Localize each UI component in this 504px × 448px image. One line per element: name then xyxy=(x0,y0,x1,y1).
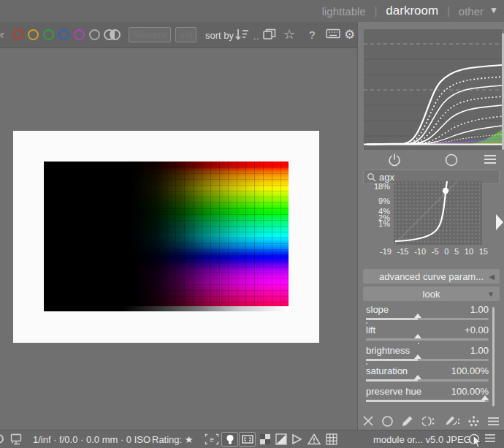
expand-down-arrow-icon: ▼ xyxy=(487,290,495,298)
rating-display[interactable]: Rating: ★ xyxy=(152,434,193,445)
slider-label: lift xyxy=(366,324,375,337)
color-label-gray-icon[interactable] xyxy=(89,29,100,40)
slider-value: +0.00 xyxy=(465,324,489,337)
module-power-icon[interactable] xyxy=(387,153,402,167)
color-label-yellow-icon[interactable] xyxy=(28,29,39,40)
panel-expander-arrow[interactable] xyxy=(496,214,503,230)
iso12646-assessment-icon[interactable]: e xyxy=(205,433,219,445)
curve-ytick: 18% xyxy=(358,182,390,191)
mask-uniform-icon[interactable] xyxy=(381,415,394,428)
chevron-down-icon[interactable]: ▼ xyxy=(489,5,498,15)
clipped-circle-icon xyxy=(0,434,4,444)
overexposure-warning-icon[interactable] xyxy=(308,433,321,445)
slider-track[interactable] xyxy=(366,400,489,402)
right-panel: 18% 9% 4% 2% 1% -19-15 -10-5 05 1015 adv… xyxy=(357,22,504,430)
color-label-green-icon[interactable] xyxy=(43,29,54,40)
color-label-red-icon[interactable] xyxy=(12,29,23,40)
blend-mask-row xyxy=(362,412,500,430)
slider-value: 1.00 xyxy=(470,345,489,357)
slider-track[interactable] xyxy=(366,318,489,320)
bottom-toolbar: 1/inf · f/0.0 · 0.0 mm · 0 ISO Rating: ★… xyxy=(0,430,504,448)
mask-off-icon[interactable] xyxy=(362,415,374,427)
shortcuts-keyboard-icon[interactable] xyxy=(326,29,340,39)
slider-label: preserve hue xyxy=(366,386,421,398)
clipped-filter-label: er xyxy=(0,29,4,40)
mask-drawn-parametric-icon[interactable] xyxy=(443,415,460,428)
full-preview-toggle[interactable] xyxy=(239,432,256,447)
slider-brightness[interactable]: brightness1.00 xyxy=(366,345,489,364)
sort-by-label: sort by xyxy=(205,30,234,41)
slider-saturation[interactable]: saturation100.00% xyxy=(366,365,489,384)
histogram-scope[interactable] xyxy=(364,29,503,150)
exif-info: 1/inf · f/0.0 · 0.0 mm · 0 ISO xyxy=(33,434,150,445)
section-look[interactable]: look ▼ xyxy=(363,286,500,301)
chart-column-banding xyxy=(44,162,289,311)
grouping-icon[interactable] xyxy=(263,29,276,40)
module-header-row xyxy=(358,151,504,169)
image-white-border xyxy=(13,131,319,343)
rating-star-icon[interactable]: ★ xyxy=(185,434,194,445)
slider-label: saturation xyxy=(366,365,408,378)
blend-menu-icon[interactable] xyxy=(487,417,500,426)
mask-parametric-icon[interactable] xyxy=(421,415,435,428)
slider-track[interactable] xyxy=(366,338,489,341)
module-instance-icon[interactable] xyxy=(444,153,459,167)
view-tabs: lighttable | darkroom | other xyxy=(322,0,484,22)
curve-ytick: 9% xyxy=(358,197,390,205)
color-label-blue-icon[interactable] xyxy=(58,29,69,40)
sort-order-icon[interactable] xyxy=(235,28,249,41)
guides-grid-icon[interactable] xyxy=(326,433,337,445)
tab-separator: | xyxy=(375,5,378,17)
slider-track[interactable] xyxy=(366,379,489,381)
help-icon[interactable]: ? xyxy=(309,29,315,41)
tab-other[interactable]: other xyxy=(459,5,484,18)
slider-preserve-hue[interactable]: preserve hue100.00% xyxy=(366,386,489,405)
slider-slope[interactable]: slope1.00 xyxy=(366,304,489,323)
tab-separator: | xyxy=(447,5,450,17)
svg-text:e: e xyxy=(210,436,214,444)
slider-value: 1.00 xyxy=(470,304,489,316)
collapse-left-arrow-icon: ◀ xyxy=(489,273,495,281)
darktable-window: lighttable | darkroom | other ▼ er sort … xyxy=(0,0,504,448)
module-menu-icon[interactable] xyxy=(484,154,497,164)
panel-scrollbar[interactable] xyxy=(492,307,495,406)
slider-value: 100.00% xyxy=(451,365,489,378)
mask-raster-icon[interactable] xyxy=(467,415,480,428)
tab-lighttable[interactable]: lighttable xyxy=(322,5,366,18)
section-label: look xyxy=(423,289,440,300)
extension-input[interactable] xyxy=(175,27,196,42)
second-window-icon[interactable] xyxy=(10,433,23,445)
grayscale-strip xyxy=(44,306,289,311)
tab-darkroom[interactable]: darkroom xyxy=(386,4,438,18)
hue-sweep-test-image xyxy=(44,162,289,311)
curve-xticks: -19-15 -10-5 05 1015 xyxy=(380,247,488,256)
search-icon xyxy=(367,172,376,182)
bottom-menu-icon[interactable] xyxy=(484,433,496,443)
module-order-label[interactable]: module or... v5.0 JPEG xyxy=(373,434,471,445)
mouse-cursor xyxy=(473,435,482,448)
more-options-icon[interactable]: .. xyxy=(253,31,260,42)
section-label: advanced curve param... xyxy=(379,271,484,282)
slider-track[interactable] xyxy=(366,359,489,361)
gamut-check-icon[interactable] xyxy=(259,433,271,445)
clipping-indicator-icon[interactable] xyxy=(275,433,287,445)
color-label-toggle-icon[interactable] xyxy=(104,29,121,40)
filter-toolbar: er sort by .. ☆ ? ⚙ xyxy=(0,22,357,48)
slider-label: slope xyxy=(366,304,389,316)
slider-label: brightness xyxy=(366,345,410,357)
section-advanced-curve-params[interactable]: advanced curve param... ◀ xyxy=(363,269,500,284)
lightbulb-toggle[interactable] xyxy=(221,432,238,447)
curve-ytick: 1% xyxy=(358,219,390,228)
preferences-gear-icon[interactable]: ⚙ xyxy=(344,27,355,42)
agx-curve-plot[interactable] xyxy=(394,181,482,245)
color-label-purple-icon[interactable] xyxy=(74,29,85,40)
top-view-bar: lighttable | darkroom | other ▼ xyxy=(0,0,504,22)
softproof-icon[interactable] xyxy=(291,433,302,445)
darkroom-canvas[interactable] xyxy=(0,48,357,430)
slider-lift[interactable]: lift+0.00 xyxy=(366,324,489,343)
mask-drawn-icon[interactable] xyxy=(401,415,413,428)
filename-input[interactable] xyxy=(129,27,171,42)
rating-label: Rating: xyxy=(152,434,182,445)
overlays-star-icon[interactable]: ☆ xyxy=(283,26,295,42)
